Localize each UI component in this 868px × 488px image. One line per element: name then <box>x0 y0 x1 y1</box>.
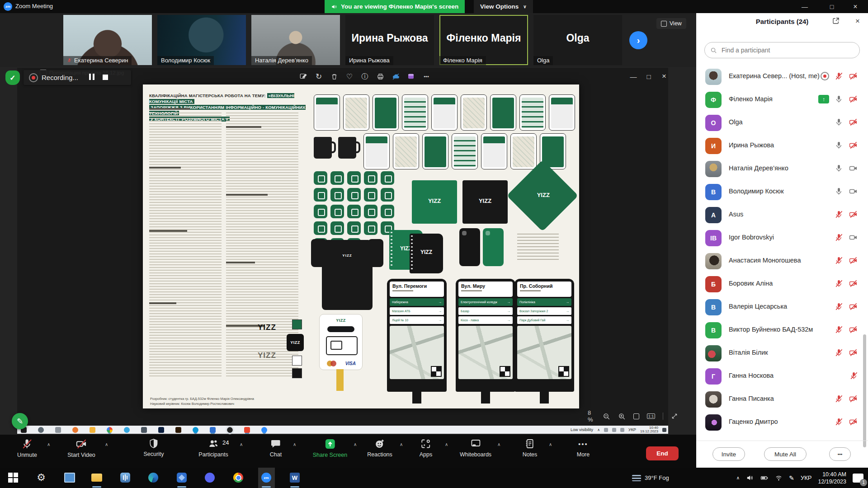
audio-app-icon[interactable] <box>120 472 131 483</box>
participant-row[interactable]: AAsus <box>696 206 864 228</box>
video-tile-natalia[interactable]: Наталія Дерев’янко <box>251 15 340 65</box>
language-indicator[interactable]: УКР <box>801 474 812 481</box>
start-button[interactable] <box>8 472 19 483</box>
notes-button[interactable]: Notes <box>523 438 538 458</box>
view-options-button[interactable]: View Options ∨ <box>474 0 533 13</box>
video-options-chevron[interactable]: ∧ <box>105 442 108 447</box>
participant-row[interactable]: Віталія Білик <box>696 344 864 366</box>
share-options-chevron[interactable]: ∧ <box>354 442 357 447</box>
participant-row[interactable]: OOlga <box>696 114 864 136</box>
photos-maximize-button[interactable]: □ <box>644 71 654 81</box>
hidden-icons-chevron[interactable]: ∧ <box>736 475 740 480</box>
video-editor-button[interactable] <box>406 71 416 81</box>
share-screen-button[interactable]: Share Screen <box>313 438 347 458</box>
wifi-icon[interactable] <box>775 474 783 482</box>
annotate-button[interactable]: ✎ <box>12 413 28 429</box>
volume-icon[interactable] <box>746 474 754 482</box>
word-icon[interactable]: W <box>289 472 300 483</box>
video-tile-filenko-active-speaker[interactable]: Філенко Марія Філенко Марія <box>439 15 528 65</box>
discord-icon[interactable] <box>204 472 215 483</box>
participants-options-chevron[interactable]: ∧ <box>240 442 243 447</box>
security-button[interactable]: Security <box>143 438 164 457</box>
more-options-button[interactable]: ••• <box>421 71 431 81</box>
popout-panel-button[interactable] <box>832 17 844 27</box>
participant-row[interactable]: ВВалерія Цесарська <box>696 298 864 320</box>
stop-recording-button[interactable] <box>103 74 108 82</box>
phone-mockup <box>431 94 458 131</box>
edit-image-button[interactable] <box>298 71 308 81</box>
print-button[interactable] <box>375 71 385 81</box>
participant-row[interactable]: ББоровик Аліна <box>696 275 864 297</box>
invite-button[interactable]: Invite <box>712 447 745 461</box>
participant-row[interactable]: IBIgor Bobrovskyi <box>696 229 864 251</box>
search-input[interactable] <box>721 46 844 54</box>
video-tile-iryna[interactable]: Ирина Рыжова Ирина Рыжова <box>345 15 434 65</box>
cloud-sync-button[interactable] <box>391 71 401 81</box>
taskbar-weather[interactable]: 39°F Fog <box>632 468 669 488</box>
notes-options-chevron[interactable]: ∧ <box>549 442 552 447</box>
minimize-button[interactable]: — <box>792 0 817 13</box>
unmute-button[interactable]: Unmute <box>17 438 37 458</box>
settings-icon[interactable]: ⚙ <box>36 472 47 483</box>
unmute-options-chevron[interactable]: ∧ <box>47 442 50 447</box>
chrome-icon[interactable] <box>233 472 244 483</box>
photos-icon[interactable] <box>176 472 187 483</box>
video-tile-volodymyr[interactable]: Володимир Косюк <box>157 15 246 65</box>
participant-row[interactable]: Анастасия Моногошева <box>696 252 864 274</box>
more-button[interactable]: ••• More <box>577 438 590 458</box>
fit-to-window-button[interactable] <box>633 413 639 419</box>
participant-row[interactable]: Гаценко Дмитро <box>696 413 864 435</box>
participant-row[interactable]: ФФіленко Марія↑ <box>696 91 864 113</box>
more-actions-button[interactable]: ••• <box>829 447 851 461</box>
apps-options-chevron[interactable]: ∧ <box>445 442 448 447</box>
zoom-icon[interactable]: zm <box>261 472 272 483</box>
participant-row[interactable]: ВВиктор Буйненко БАД-532м <box>696 321 864 343</box>
file-explorer-icon[interactable] <box>91 472 102 483</box>
participant-row[interactable]: ИИрина Рыжова <box>696 137 864 159</box>
favorite-button[interactable]: ♡ <box>344 71 354 81</box>
pen-icon[interactable]: ✎ <box>789 474 794 482</box>
apps-button[interactable]: Apps <box>420 438 433 458</box>
video-tile-ekaterina[interactable]: Екатерина Северин <box>63 15 152 65</box>
delete-button[interactable] <box>329 71 339 81</box>
photos-close-button[interactable]: × <box>659 71 669 81</box>
pause-recording-button[interactable] <box>88 74 95 82</box>
info-button[interactable]: ⓘ <box>360 71 370 81</box>
start-video-button[interactable]: Start Video <box>67 438 95 458</box>
fullscreen-button[interactable] <box>671 413 678 420</box>
participant-status-icons <box>835 233 858 242</box>
maximize-button[interactable]: □ <box>819 0 844 13</box>
zoom-in-button[interactable] <box>618 413 626 420</box>
battery-icon[interactable] <box>760 474 769 482</box>
next-participants-page-button[interactable]: › <box>629 31 647 49</box>
notification-center-icon[interactable]: 1 <box>853 474 863 483</box>
logo-wordmark: YIZZ <box>258 323 276 332</box>
actual-size-button[interactable]: 1:1 <box>647 413 656 419</box>
participant-row[interactable]: Екатерина Север... (Host, me) <box>696 68 864 89</box>
panel-scrollbar[interactable] <box>863 334 866 447</box>
reactions-options-chevron[interactable]: ∧ <box>400 442 403 447</box>
chat-options-chevron[interactable]: ∧ <box>293 442 296 447</box>
rotate-button[interactable]: ↻ <box>314 71 324 81</box>
end-meeting-button[interactable]: End <box>646 446 679 460</box>
participant-search[interactable] <box>704 42 860 58</box>
report-app-icon[interactable] <box>64 472 75 483</box>
participant-row[interactable]: Наталія Дерев’янко <box>696 160 864 182</box>
edge-icon[interactable] <box>148 472 159 483</box>
reactions-button[interactable]: Reactions <box>367 438 392 458</box>
whiteboards-button[interactable]: Whiteboards <box>460 438 491 458</box>
participant-row[interactable]: Ганна Писанка <box>696 390 864 412</box>
participant-row[interactable]: ВВолодимир Косюк <box>696 183 864 205</box>
taskbar-clock[interactable]: 10:40 AM 12/19/2023 <box>818 471 846 485</box>
close-panel-button[interactable]: × <box>852 16 863 27</box>
video-tile-olga[interactable]: Olga Olga <box>533 15 622 65</box>
participant-status-icons <box>835 418 858 426</box>
close-button[interactable]: × <box>843 0 868 13</box>
view-layout-button[interactable]: View <box>656 18 686 29</box>
participant-row[interactable]: ГГанна Носкова <box>696 367 864 389</box>
chat-button[interactable]: Chat <box>270 438 282 458</box>
photos-minimize-button[interactable]: — <box>628 71 638 81</box>
whiteboards-options-chevron[interactable]: ∧ <box>497 442 500 447</box>
mute-all-button[interactable]: Mute All <box>764 447 807 461</box>
zoom-out-button[interactable] <box>603 413 610 420</box>
